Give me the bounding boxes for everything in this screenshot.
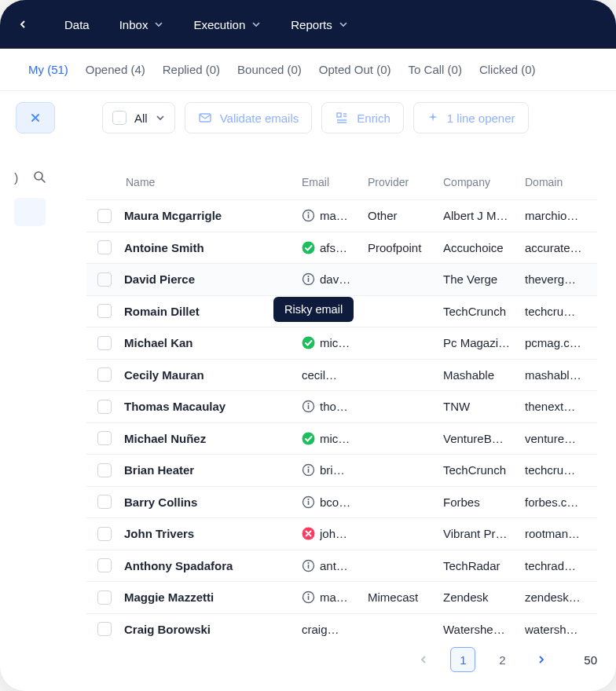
page-total: 50	[584, 653, 597, 667]
cell-email: tho…	[302, 400, 368, 413]
row-checkbox[interactable]	[97, 240, 112, 254]
row-checkbox[interactable]	[97, 590, 112, 605]
row-checkbox[interactable]	[97, 336, 112, 350]
check-circle-icon	[302, 336, 315, 349]
nav-collapse-chevron[interactable]	[14, 20, 31, 29]
row-checkbox[interactable]	[97, 527, 112, 541]
cell-domain: venture…	[525, 432, 588, 445]
nav-inbox[interactable]: Inbox	[119, 18, 164, 31]
cell-company: Accuchoice	[443, 241, 525, 254]
chevron-down-icon	[154, 18, 163, 31]
enrich-button[interactable]: Enrich	[321, 102, 404, 133]
nav-reports[interactable]: Reports	[291, 18, 348, 31]
nav-execution[interactable]: Execution	[193, 18, 261, 31]
validate-emails-button[interactable]: Validate emails	[185, 102, 313, 133]
cell-company: The Verge	[443, 272, 525, 286]
cell-provider: Proofpoint	[368, 241, 443, 254]
cell-domain: techrad…	[525, 559, 588, 572]
info-icon	[302, 495, 315, 509]
info-icon	[302, 400, 315, 413]
row-checkbox[interactable]	[97, 495, 112, 509]
col-domain[interactable]: Domain	[525, 176, 588, 188]
close-filter-chip[interactable]	[16, 102, 55, 133]
row-checkbox[interactable]	[97, 463, 112, 477]
cell-name: Cecily Mauran	[124, 368, 302, 382]
row-checkbox[interactable]	[97, 304, 112, 318]
col-company[interactable]: Company	[443, 176, 525, 188]
tab-4[interactable]: Opted Out (0)	[319, 63, 391, 76]
cell-name: Craig Borowski	[124, 623, 302, 636]
check-circle-icon	[302, 432, 315, 445]
cell-company: Watershe…	[443, 623, 525, 636]
row-checkbox[interactable]	[97, 431, 112, 445]
cell-domain: mashabl…	[525, 368, 588, 382]
cell-domain: thenext…	[525, 400, 588, 413]
cell-email: joh…	[302, 527, 368, 540]
tab-5[interactable]: To Call (0)	[409, 63, 462, 76]
cell-company: VentureB…	[443, 432, 525, 445]
svg-rect-0	[200, 114, 211, 122]
cell-email: craig.b…	[302, 623, 368, 636]
page-next[interactable]	[529, 647, 554, 672]
cell-name: John Trivers	[124, 527, 302, 540]
cell-provider: Mimecast	[368, 590, 443, 604]
row-checkbox[interactable]	[97, 367, 112, 382]
row-checkbox[interactable]	[97, 622, 112, 636]
cell-domain: marchio…	[525, 209, 588, 222]
cell-name: Michael Nuñez	[124, 432, 302, 445]
cell-name: Antoine Smith	[124, 241, 302, 254]
table-row[interactable]: Anthony Spadaforaant…TechRadartechrad…	[86, 550, 597, 582]
search-icon[interactable]	[32, 170, 46, 187]
close-icon	[30, 112, 41, 123]
table-row[interactable]: John Triversjoh…Vibrant Pr…rootman…	[86, 517, 597, 550]
top-nav: Data Inbox Execution Reports	[0, 0, 616, 49]
table-row[interactable]: Thomas Macaulaytho…TNWthenext…	[86, 390, 597, 422]
table-row[interactable]: Maura Mcgarriglema…OtherAlbert J M…march…	[86, 199, 597, 232]
cell-domain: watersh…	[525, 623, 588, 636]
nav-data[interactable]: Data	[64, 18, 90, 31]
cell-name: David Pierce	[124, 272, 302, 286]
filter-tabs: My (51)Opened (4)Replied (0)Bounced (0)O…	[0, 49, 616, 91]
cell-company: Mashable	[443, 368, 525, 382]
table-row[interactable]: Michael Kanmic…Pc Magazi…pcmag.c…	[86, 327, 597, 359]
col-email[interactable]: Email	[302, 176, 368, 188]
select-all-checkbox[interactable]	[112, 111, 126, 125]
cell-email: dav…	[302, 272, 368, 286]
cell-company: Pc Magazi…	[443, 336, 525, 349]
tab-3[interactable]: Bounced (0)	[237, 63, 302, 76]
table-row[interactable]: Michael Nuñezmic…VentureB…venture…	[86, 422, 597, 455]
page-1[interactable]: 1	[450, 647, 475, 672]
tab-2[interactable]: Replied (0)	[163, 63, 220, 76]
one-line-opener-button[interactable]: 1 line opener	[413, 102, 529, 133]
cell-company: TechCrunch	[443, 463, 525, 477]
col-provider[interactable]: Provider	[368, 176, 443, 188]
cell-domain: pcmag.c…	[525, 336, 588, 349]
col-name[interactable]: Name	[126, 176, 302, 188]
page-2[interactable]: 2	[490, 647, 515, 672]
select-all-label: All	[134, 112, 148, 125]
cell-company: Forbes	[443, 495, 525, 509]
tab-1[interactable]: Opened (4)	[86, 63, 145, 76]
side-highlight	[14, 198, 46, 226]
cell-email: ma…	[302, 209, 368, 222]
table-row[interactable]: Brian Heaterbri…TechCrunchtechcru…	[86, 454, 597, 486]
cell-domain: accurate…	[525, 241, 588, 254]
cell-company: Zendesk	[443, 590, 525, 604]
page-prev[interactable]	[411, 647, 436, 672]
select-all-button[interactable]: All	[102, 102, 175, 133]
table-row[interactable]: Maggie Mazzettima…MimecastZendeskzendesk…	[86, 581, 597, 613]
row-checkbox[interactable]	[97, 272, 112, 287]
row-checkbox[interactable]	[97, 400, 112, 414]
table-row[interactable]: Craig Borowskicraig.b…Watershe…watersh…	[86, 613, 597, 645]
cell-email: bco…	[302, 495, 368, 509]
cell-company: TNW	[443, 400, 525, 413]
table-row[interactable]: David Piercedav…The Vergetheverg…	[86, 263, 597, 295]
row-checkbox[interactable]	[97, 209, 112, 223]
table-row[interactable]: Antoine Smithafs…ProofpointAccuchoiceacc…	[86, 232, 597, 264]
cell-email: bri…	[302, 463, 368, 477]
tab-6[interactable]: Clicked (0)	[479, 63, 536, 76]
tab-0[interactable]: My (51)	[28, 63, 68, 76]
table-row[interactable]: Cecily Maurancecily.…Mashablemashabl…	[86, 359, 597, 391]
row-checkbox[interactable]	[97, 558, 112, 572]
table-row[interactable]: Barry Collinsbco…Forbesforbes.c…	[86, 486, 597, 518]
